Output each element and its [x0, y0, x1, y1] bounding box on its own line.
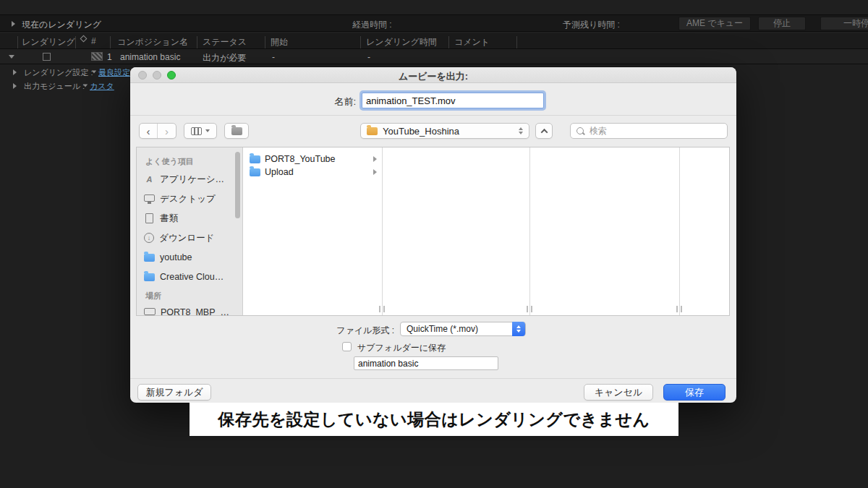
sidebar-scrollbar[interactable]	[235, 152, 240, 218]
column-divider	[382, 147, 383, 315]
expand-chevron-icon[interactable]	[13, 83, 17, 89]
sidebar-item-creative-cloud[interactable]: Creative Clou…	[144, 270, 238, 284]
column-resize-handle[interactable]	[676, 306, 682, 312]
sidebar: よく使う項目 A アプリケーシ… デスクトップ 書類 ↓ ダウンロード	[137, 147, 243, 315]
chevron-right-icon	[373, 169, 377, 175]
applications-icon: A	[144, 174, 155, 185]
stop-button[interactable]: 停止	[758, 17, 806, 30]
computer-icon	[144, 308, 156, 315]
new-folder-button[interactable]: 新規フォルダ	[137, 384, 211, 401]
header-render[interactable]: レンダリング	[22, 36, 75, 48]
column-divider	[516, 36, 517, 48]
sidebar-item-documents[interactable]: 書類	[144, 211, 238, 226]
column-divider	[529, 147, 530, 315]
chevron-right-icon	[373, 156, 377, 162]
elapsed-time-label: 経過時間 :	[352, 19, 392, 31]
favorites-header: よく使う項目	[145, 156, 194, 167]
column-view-icon	[191, 127, 202, 135]
folder-action-button[interactable]	[224, 123, 249, 139]
render-settings-label: レンダリング設定 :	[24, 67, 93, 78]
caret-down-icon	[205, 129, 210, 132]
column-divider	[679, 147, 680, 315]
render-item-checkbox[interactable]	[43, 53, 51, 61]
dialog-title: ムービーを出力:	[130, 70, 736, 83]
folder-icon	[144, 254, 155, 262]
filename-input[interactable]	[362, 93, 544, 108]
sidebar-item-mac[interactable]: PORT8_MBP_…	[144, 305, 238, 316]
locations-header: 場所	[145, 291, 161, 301]
sidebar-item-downloads[interactable]: ↓ ダウンロード	[144, 231, 238, 245]
export-movie-dialog: ムービーを出力: 名前: ‹ › YouTube_Hoshina	[130, 67, 736, 403]
render-queue-item-row[interactable]: 1 animation basic 出力が必要 - -	[0, 49, 868, 64]
file-row-port8-youtube[interactable]: PORT8_YouTube	[245, 153, 381, 166]
folder-icon	[231, 127, 242, 135]
popup-chevrons-icon	[519, 127, 523, 134]
separator	[130, 115, 736, 116]
sidebar-item-desktop[interactable]: デスクトップ	[144, 192, 238, 206]
column-divider	[17, 36, 18, 48]
file-name: Upload	[265, 167, 294, 177]
output-module-label: 出力モジュール :	[24, 81, 85, 92]
name-label: 名前:	[130, 95, 356, 108]
column-divider	[448, 36, 449, 48]
select-stepper-icon	[512, 322, 525, 336]
search-field[interactable]	[570, 123, 728, 139]
header-start[interactable]: 開始	[271, 36, 288, 48]
column-resize-handle[interactable]	[379, 306, 385, 312]
file-format-select[interactable]: QuickTime (*.mov)	[400, 322, 526, 336]
pause-button[interactable]: 一時停止	[820, 17, 868, 30]
column-resize-handle[interactable]	[527, 306, 532, 312]
caption-text: 保存先を設定していない場合はレンダリングできません	[218, 408, 650, 431]
item-status: 出力が必要	[203, 52, 246, 64]
output-module-value[interactable]: カスタ	[90, 81, 114, 92]
dropdown-caret-icon	[92, 71, 96, 74]
forward-button[interactable]: ›	[158, 124, 176, 138]
subfolder-name-input[interactable]	[354, 356, 498, 370]
expand-chevron-icon[interactable]	[13, 69, 17, 75]
location-popup-value: YouTube_Hoshina	[383, 126, 514, 137]
ame-queue-button[interactable]: AME でキュー	[678, 17, 751, 30]
remaining-time-label: 予測残り時間 :	[563, 19, 620, 31]
file-format-value: QuickTime (*.mov)	[407, 324, 478, 334]
item-comp-name: animation basic	[120, 52, 180, 62]
folder-icon	[367, 127, 378, 135]
cancel-button[interactable]: キャンセル	[584, 384, 653, 401]
sidebar-item-applications[interactable]: A アプリケーシ…	[144, 172, 238, 187]
dialog-titlebar[interactable]: ムービーを出力:	[130, 67, 736, 83]
tag-icon	[80, 35, 88, 43]
downloads-icon: ↓	[144, 233, 154, 243]
subfolder-checkbox[interactable]	[342, 342, 352, 351]
file-row-upload[interactable]: Upload	[245, 166, 381, 179]
search-icon	[576, 127, 585, 136]
column-divider	[75, 36, 76, 48]
dropdown-caret-icon	[83, 85, 88, 87]
back-button[interactable]: ‹	[140, 124, 158, 138]
header-render-time[interactable]: レンダリング時間	[366, 36, 437, 48]
comp-thumbnail-icon	[91, 52, 103, 61]
header-comment[interactable]: コメント	[454, 36, 490, 48]
column-divider	[110, 36, 111, 48]
sidebar-item-label: デスクトップ	[160, 193, 216, 205]
column-divider	[360, 36, 361, 48]
render-settings-value[interactable]: 最良設定	[98, 67, 130, 78]
collapse-chevron-icon[interactable]	[9, 55, 14, 59]
view-mode-button[interactable]	[184, 123, 217, 139]
sidebar-item-youtube[interactable]: youtube	[144, 250, 238, 265]
save-button[interactable]: 保存	[663, 384, 726, 401]
parent-folder-button[interactable]	[535, 123, 553, 139]
search-input[interactable]	[590, 126, 722, 136]
column-divider	[197, 36, 197, 48]
caption-banner: 保存先を設定していない場合はレンダリングできません	[190, 403, 678, 436]
expand-chevron-icon[interactable]	[12, 21, 15, 27]
sidebar-item-label: youtube	[160, 252, 192, 262]
current-render-label: 現在のレンダリング	[22, 19, 101, 31]
render-queue-status-bar: 現在のレンダリング 経過時間 : 予測残り時間 : AME でキュー 停止 一時…	[0, 14, 868, 32]
folder-icon	[250, 168, 260, 176]
header-status[interactable]: ステータス	[203, 36, 247, 48]
header-number[interactable]: #	[91, 36, 96, 46]
column-browser: PORT8_YouTube Upload	[244, 147, 729, 315]
location-popup[interactable]: YouTube_Hoshina	[360, 123, 529, 139]
nav-buttons: ‹ ›	[139, 123, 176, 139]
header-comp-name[interactable]: コンポジション名	[117, 36, 188, 48]
sidebar-item-label: 書類	[160, 213, 178, 225]
